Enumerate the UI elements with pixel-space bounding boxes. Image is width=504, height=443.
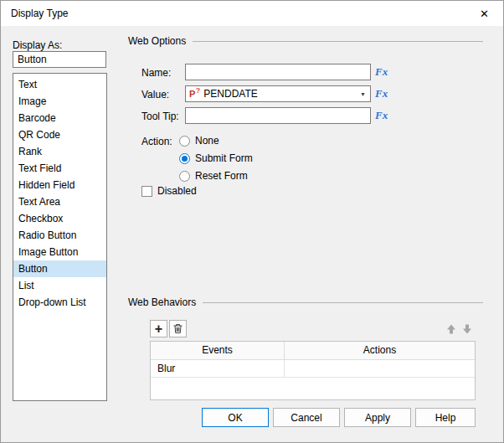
group-divider xyxy=(193,41,483,42)
list-item-radio-button[interactable]: Radio Button xyxy=(13,227,106,244)
close-icon[interactable]: ✕ xyxy=(465,1,503,26)
help-button[interactable]: Help xyxy=(415,408,476,427)
list-item-button[interactable]: Button xyxy=(13,260,106,277)
formula-button-tooltip[interactable]: Fx xyxy=(375,109,388,122)
radio-option-submit-form[interactable]: Submit Form xyxy=(179,152,253,164)
radio-label: Reset Form xyxy=(195,170,248,182)
ok-button[interactable]: OK xyxy=(202,408,269,427)
trash-icon xyxy=(172,323,183,334)
header-events: Events xyxy=(151,342,285,359)
add-behavior-button[interactable]: + xyxy=(150,320,167,337)
apply-button[interactable]: Apply xyxy=(344,408,411,427)
list-item-image[interactable]: Image xyxy=(13,93,106,110)
table-row[interactable]: Blur xyxy=(151,360,475,378)
name-label: Name: xyxy=(141,67,171,79)
radio-option-none[interactable]: None xyxy=(179,135,219,147)
list-item-text-field[interactable]: Text Field xyxy=(13,160,106,177)
checkbox-icon xyxy=(141,186,152,197)
tooltip-label: Tool Tip: xyxy=(141,111,179,122)
header-actions: Actions xyxy=(285,342,475,359)
list-item-text-area[interactable]: Text Area xyxy=(13,193,106,210)
display-type-list: Text Image Barcode QR Code Rank Text Fie… xyxy=(13,73,107,401)
parameter-icon: P? xyxy=(189,90,195,99)
list-item-text[interactable]: Text xyxy=(13,76,106,93)
radio-option-reset-form[interactable]: Reset Form xyxy=(179,170,248,182)
delete-behavior-button[interactable] xyxy=(169,320,187,337)
up-arrow-icon xyxy=(445,323,457,335)
display-as-input[interactable] xyxy=(13,51,106,68)
tooltip-input[interactable] xyxy=(185,107,371,124)
web-behaviors-label: Web Behaviors xyxy=(128,296,196,308)
cancel-button[interactable]: Cancel xyxy=(273,408,340,427)
radio-label: None xyxy=(195,135,219,147)
action-label: Action: xyxy=(141,136,172,147)
disabled-label: Disabled xyxy=(157,185,197,197)
formula-button-name[interactable]: Fx xyxy=(375,65,388,79)
display-type-dialog: Display Type ✕ Display As: Text Image Ba… xyxy=(0,0,504,443)
value-dropdown[interactable]: P? PENDDATE ▼ xyxy=(185,85,371,102)
list-item-rank[interactable]: Rank xyxy=(13,143,106,160)
chevron-down-icon[interactable]: ▼ xyxy=(356,86,370,101)
web-options-group-header: Web Options xyxy=(128,35,483,47)
titlebar: Display Type ✕ xyxy=(1,1,503,26)
list-item-list[interactable]: List xyxy=(13,277,106,294)
value-label: Value: xyxy=(141,89,169,100)
web-options-label: Web Options xyxy=(128,35,186,47)
value-dropdown-text: PENDDATE xyxy=(203,88,356,100)
list-item-barcode[interactable]: Barcode xyxy=(13,110,106,126)
list-item-hidden-field[interactable]: Hidden Field xyxy=(13,177,106,193)
display-as-label: Display As: xyxy=(13,39,62,51)
cell-event: Blur xyxy=(151,360,285,377)
radio-label: Submit Form xyxy=(195,152,253,164)
behaviors-table: Events Actions Blur xyxy=(150,341,476,400)
name-input[interactable] xyxy=(185,64,371,80)
radio-icon xyxy=(179,171,190,182)
disabled-checkbox[interactable]: Disabled xyxy=(141,185,197,197)
move-up-button[interactable] xyxy=(444,322,458,336)
list-item-image-button[interactable]: Image Button xyxy=(13,244,106,260)
dialog-title: Display Type xyxy=(1,8,68,19)
move-down-button[interactable] xyxy=(460,322,474,336)
web-behaviors-group-header: Web Behaviors xyxy=(128,296,483,308)
formula-button-value[interactable]: Fx xyxy=(375,87,388,100)
radio-icon-selected xyxy=(179,153,190,164)
down-arrow-icon xyxy=(461,323,473,335)
group-divider xyxy=(203,302,483,303)
cell-action xyxy=(285,360,475,377)
table-header-row: Events Actions xyxy=(151,342,475,360)
list-item-drop-down-list[interactable]: Drop-down List xyxy=(13,294,106,311)
plus-icon: + xyxy=(155,322,162,336)
list-item-checkbox[interactable]: Checkbox xyxy=(13,210,106,227)
list-item-qr-code[interactable]: QR Code xyxy=(13,126,106,143)
radio-icon xyxy=(179,136,190,147)
